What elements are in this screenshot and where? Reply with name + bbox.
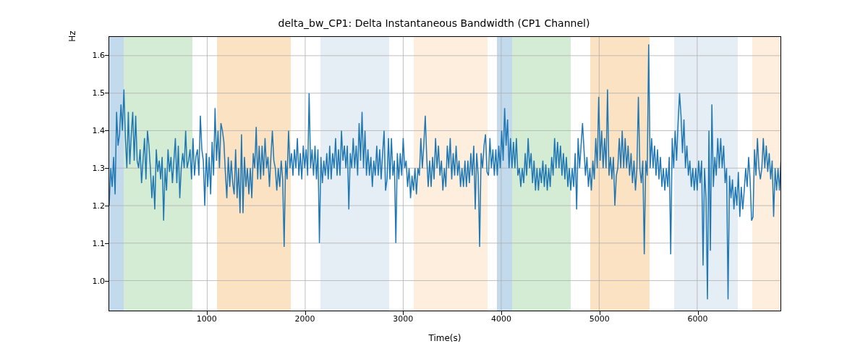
- x-tick-label: 3000: [393, 314, 413, 324]
- x-tick-label: 5000: [590, 314, 610, 324]
- y-tick-label: 1.3: [93, 164, 106, 173]
- chart-title: delta_bw_CP1: Delta Instantaneous Bandwi…: [0, 17, 868, 29]
- x-tick-label: 6000: [688, 314, 708, 324]
- x-axis-label: Time(s): [109, 333, 781, 343]
- figure: delta_bw_CP1: Delta Instantaneous Bandwi…: [0, 0, 868, 362]
- y-tick-mark: [105, 281, 109, 282]
- y-tick-label: 1.6: [93, 51, 106, 60]
- y-tick-label: 1.0: [93, 277, 106, 286]
- y-tick-mark: [105, 55, 109, 56]
- x-tick-label: 2000: [295, 314, 315, 324]
- x-tick-label: 4000: [491, 314, 511, 324]
- y-tick-mark: [105, 243, 109, 244]
- line-series: [109, 44, 780, 299]
- y-tick-label: 1.4: [93, 126, 106, 135]
- y-tick-mark: [105, 168, 109, 169]
- plot-area: [109, 36, 781, 311]
- y-tick-label: 1.2: [93, 201, 106, 211]
- y-tick-mark: [105, 93, 109, 93]
- y-axis-label: Hz: [67, 0, 77, 174]
- x-tick-label: 1000: [197, 314, 217, 324]
- plot-svg: [109, 37, 780, 311]
- y-tick-mark: [105, 130, 109, 131]
- y-tick-label: 1.5: [93, 88, 106, 98]
- y-tick-mark: [105, 206, 109, 206]
- y-tick-label: 1.1: [93, 239, 106, 248]
